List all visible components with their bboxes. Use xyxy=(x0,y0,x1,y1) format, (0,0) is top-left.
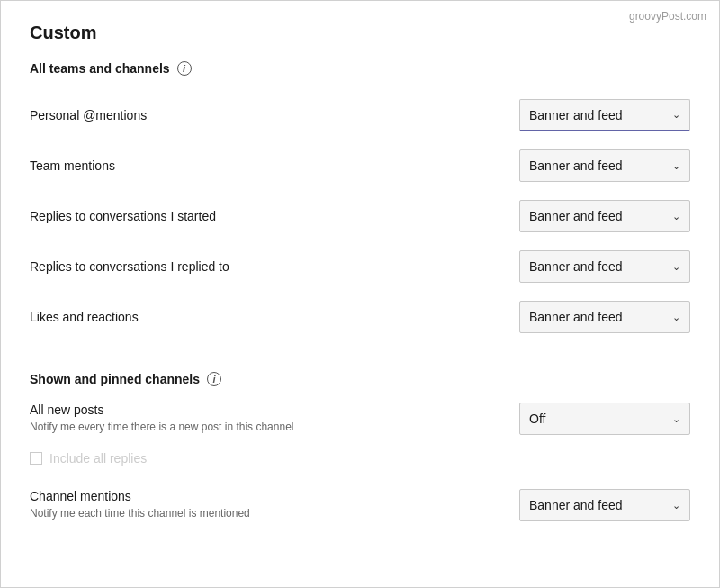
channel-mentions-row: Channel mentions Notify me each time thi… xyxy=(30,480,690,530)
team-mentions-dropdown[interactable]: Banner and feed ⌄ xyxy=(519,149,690,182)
all-new-posts-label: All new posts xyxy=(30,403,293,417)
channel-mentions-dropdown[interactable]: Banner and feed ⌄ xyxy=(519,489,690,521)
team-mentions-row: Team mentions Banner and feed ⌄ xyxy=(30,140,690,191)
replies-replied-label: Replies to conversations I replied to xyxy=(30,259,230,274)
replies-started-chevron-icon: ⌄ xyxy=(672,211,680,222)
all-teams-info-icon[interactable]: i xyxy=(177,61,192,76)
all-new-posts-label-group: All new posts Notify me every time there… xyxy=(30,403,293,433)
replies-started-row: Replies to conversations I started Banne… xyxy=(30,191,690,241)
all-teams-section-header: All teams and channels i xyxy=(30,61,690,76)
channel-mentions-value: Banner and feed xyxy=(529,498,623,512)
likes-reactions-chevron-icon: ⌄ xyxy=(672,312,680,323)
replies-replied-chevron-icon: ⌄ xyxy=(672,261,680,273)
likes-reactions-dropdown[interactable]: Banner and feed ⌄ xyxy=(519,301,690,333)
all-new-posts-value: Off xyxy=(529,412,545,426)
likes-reactions-label: Likes and reactions xyxy=(30,310,139,324)
personal-mentions-dropdown[interactable]: Banner and feed ⌄ xyxy=(519,99,690,131)
all-teams-title: All teams and channels xyxy=(30,61,170,76)
channel-mentions-label: Channel mentions xyxy=(30,489,250,503)
replies-replied-value: Banner and feed xyxy=(529,259,623,274)
shown-pinned-section-header: Shown and pinned channels i xyxy=(30,372,690,386)
team-mentions-value: Banner and feed xyxy=(529,158,623,173)
replies-replied-row: Replies to conversations I replied to Ba… xyxy=(30,241,690,292)
likes-reactions-row: Likes and reactions Banner and feed ⌄ xyxy=(30,292,690,342)
all-new-posts-sublabel: Notify me every time there is a new post… xyxy=(30,421,293,433)
replies-started-dropdown[interactable]: Banner and feed ⌄ xyxy=(519,200,690,232)
page-title: Custom xyxy=(30,23,690,43)
replies-started-label: Replies to conversations I started xyxy=(30,209,216,223)
shown-pinned-rows: All new posts Notify me every time there… xyxy=(30,394,690,530)
team-mentions-label: Team mentions xyxy=(30,158,115,173)
channel-mentions-chevron-icon: ⌄ xyxy=(672,500,680,511)
personal-mentions-label: Personal @mentions xyxy=(30,108,147,122)
watermark: groovyPost.com xyxy=(629,10,706,23)
shown-pinned-title: Shown and pinned channels xyxy=(30,372,200,386)
all-new-posts-chevron-icon: ⌄ xyxy=(672,413,680,425)
include-replies-label: Include all replies xyxy=(50,451,147,466)
all-teams-rows: Personal @mentions Banner and feed ⌄ Tea… xyxy=(30,90,690,342)
include-all-replies-row: Include all replies xyxy=(30,444,690,473)
replies-replied-dropdown[interactable]: Banner and feed ⌄ xyxy=(519,250,690,283)
include-replies-checkbox[interactable] xyxy=(30,452,42,465)
shown-pinned-info-icon[interactable]: i xyxy=(207,372,221,386)
section-divider xyxy=(30,357,690,357)
replies-started-value: Banner and feed xyxy=(529,209,623,223)
channel-mentions-sublabel: Notify me each time this channel is ment… xyxy=(30,507,250,520)
all-new-posts-dropdown[interactable]: Off ⌄ xyxy=(519,403,690,435)
all-new-posts-row: All new posts Notify me every time there… xyxy=(30,394,690,444)
personal-mentions-chevron-icon: ⌄ xyxy=(672,109,680,121)
channel-mentions-label-group: Channel mentions Notify me each time thi… xyxy=(30,489,250,520)
settings-window: groovyPost.com Custom All teams and chan… xyxy=(0,0,720,588)
personal-mentions-row: Personal @mentions Banner and feed ⌄ xyxy=(30,90,690,140)
likes-reactions-value: Banner and feed xyxy=(529,310,623,324)
personal-mentions-value: Banner and feed xyxy=(529,108,623,122)
team-mentions-chevron-icon: ⌄ xyxy=(672,160,680,172)
